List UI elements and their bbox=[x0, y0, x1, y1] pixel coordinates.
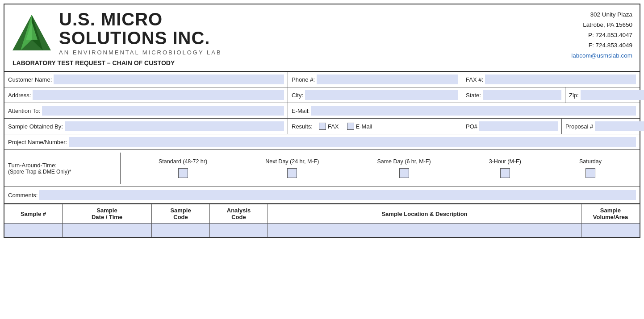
email-input[interactable] bbox=[311, 106, 636, 116]
table-data-row bbox=[4, 224, 640, 237]
tat-sub-label: (Spore Trap & DME Only)* bbox=[8, 169, 71, 175]
row-project: Project Name/Number: bbox=[4, 134, 640, 150]
phone-label: Phone #: bbox=[292, 76, 315, 83]
th-date-time: Sample Date / Time bbox=[63, 204, 152, 224]
td-analysis-code[interactable] bbox=[210, 224, 268, 237]
header-address: 302 Unity Plaza Latrobe, PA 15650 P: 724… bbox=[571, 10, 632, 61]
cell-results: Results: FAX E-Mail bbox=[288, 119, 462, 134]
th-sample-code: Sample Code bbox=[152, 204, 210, 224]
td-location[interactable] bbox=[268, 224, 581, 237]
cell-address: Address: bbox=[4, 87, 288, 103]
th-analysis-code: Analysis Code bbox=[210, 204, 268, 224]
fax-input[interactable] bbox=[485, 75, 636, 84]
cell-email: E-Mail: bbox=[288, 103, 640, 118]
cell-comments: Comments: bbox=[4, 187, 640, 203]
proposal-label: Proposal # bbox=[565, 123, 593, 130]
th-sample-num: Sample # bbox=[4, 204, 63, 224]
tat-sameday: Same Day (6 hr, M-F) bbox=[377, 158, 431, 178]
email-link[interactable]: labcom@usmslab.com bbox=[571, 51, 632, 61]
tat-standard-checkbox[interactable] bbox=[178, 168, 188, 178]
td-date-time[interactable] bbox=[63, 224, 152, 237]
tat-standard-label: Standard (48-72 hr) bbox=[159, 158, 207, 165]
td-sample-code[interactable] bbox=[152, 224, 210, 237]
state-label: State: bbox=[466, 92, 481, 99]
po-input[interactable] bbox=[479, 121, 558, 131]
project-label: Project Name/Number: bbox=[8, 139, 67, 145]
form-section: Customer Name: Phone #: FAX #: Address: … bbox=[4, 72, 640, 238]
row-obtained: Sample Obtained By: Results: FAX E-Mail … bbox=[4, 119, 640, 134]
header-box: U.S. MICRO SOLUTIONS INC. AN ENVIRONMENT… bbox=[4, 4, 640, 72]
row-attention: Attention To: E-Mail: bbox=[4, 103, 640, 119]
tat-standard: Standard (48-72 hr) bbox=[159, 158, 207, 178]
cell-zip: Zip: bbox=[565, 87, 644, 103]
tat-3hour: 3-Hour (M-F) bbox=[489, 158, 521, 178]
customer-name-input[interactable] bbox=[54, 75, 284, 84]
address-input[interactable] bbox=[33, 90, 284, 100]
page-wrapper: U.S. MICRO SOLUTIONS INC. AN ENVIRONMENT… bbox=[0, 0, 644, 319]
phone-input[interactable] bbox=[317, 75, 458, 84]
cell-fax: FAX #: bbox=[462, 72, 640, 87]
fax-label: FAX #: bbox=[466, 76, 483, 83]
tat-nextday: Next Day (24 hr, M-F) bbox=[265, 158, 319, 178]
td-sample-num[interactable] bbox=[4, 224, 63, 237]
tat-3hour-checkbox[interactable] bbox=[500, 168, 510, 178]
comments-input[interactable] bbox=[39, 190, 636, 200]
attention-input[interactable] bbox=[42, 106, 284, 116]
th-location: Sample Location & Description bbox=[268, 204, 581, 224]
th-volume: Sample Volume/Area bbox=[581, 204, 640, 224]
fax-check-label: FAX bbox=[328, 123, 339, 130]
email-check-label: E-Mail bbox=[356, 123, 372, 130]
header-left: U.S. MICRO SOLUTIONS INC. AN ENVIRONMENT… bbox=[12, 10, 222, 66]
tat-nextday-label: Next Day (24 hr, M-F) bbox=[265, 158, 319, 165]
city-input[interactable] bbox=[305, 90, 458, 100]
email-checkbox[interactable] bbox=[347, 123, 354, 130]
tat-3hour-label: 3-Hour (M-F) bbox=[489, 158, 521, 165]
email-label: E-Mail: bbox=[292, 108, 309, 114]
tat-sameday-checkbox[interactable] bbox=[399, 168, 409, 178]
cell-state: State: bbox=[462, 87, 565, 103]
tat-nextday-checkbox[interactable] bbox=[287, 168, 297, 178]
logo-main-text: U.S. MICRO SOLUTIONS INC. bbox=[59, 10, 222, 47]
logo-triangle-icon bbox=[12, 13, 52, 53]
phone-number: P: 724.853.4047 bbox=[571, 30, 632, 41]
row-comments: Comments: bbox=[4, 187, 640, 203]
address-line1: 302 Unity Plaza bbox=[571, 10, 632, 20]
doc-title: LABORATORY TEST REQUEST – CHAIN OF CUSTO… bbox=[12, 59, 222, 66]
tat-saturday-checkbox[interactable] bbox=[585, 168, 595, 178]
table-header: Sample # Sample Date / Time Sample Code … bbox=[4, 203, 640, 224]
zip-input[interactable] bbox=[581, 90, 644, 100]
fax-number: F: 724.853.4049 bbox=[571, 41, 632, 51]
cell-phone: Phone #: bbox=[288, 72, 462, 87]
fax-checkbox[interactable] bbox=[319, 123, 326, 130]
logo-text-block: U.S. MICRO SOLUTIONS INC. AN ENVIRONMENT… bbox=[59, 10, 222, 56]
cell-po: PO# bbox=[462, 119, 562, 134]
th-date-line2: Date / Time bbox=[92, 214, 122, 220]
th-date-line1: Sample bbox=[96, 207, 117, 214]
city-label: City: bbox=[292, 92, 303, 99]
email-checkbox-item: E-Mail bbox=[347, 123, 372, 130]
logo-sub-text: AN ENVIRONMENTAL MICROBIOLOGY LAB bbox=[59, 49, 222, 56]
cell-proposal: Proposal # bbox=[562, 119, 644, 134]
td-volume[interactable] bbox=[581, 224, 640, 237]
tat-sameday-label: Same Day (6 hr, M-F) bbox=[377, 158, 431, 165]
state-input[interactable] bbox=[483, 90, 561, 100]
row-customer: Customer Name: Phone #: FAX #: bbox=[4, 72, 640, 87]
project-input[interactable] bbox=[69, 137, 636, 147]
tat-label: Turn-Around-Time: bbox=[8, 162, 57, 169]
cell-tat-label: Turn-Around-Time: (Spore Trap & DME Only… bbox=[4, 153, 121, 184]
row-tat: Turn-Around-Time: (Spore Trap & DME Only… bbox=[4, 150, 640, 187]
logo-area: U.S. MICRO SOLUTIONS INC. AN ENVIRONMENT… bbox=[12, 10, 222, 56]
tat-saturday-label: Saturday bbox=[579, 158, 602, 165]
row-address: Address: City: State: Zip: bbox=[4, 87, 640, 103]
comments-label: Comments: bbox=[8, 192, 38, 199]
address-line2: Latrobe, PA 15650 bbox=[571, 20, 632, 30]
po-label: PO# bbox=[466, 123, 477, 130]
cell-project: Project Name/Number: bbox=[4, 134, 640, 149]
attention-label: Attention To: bbox=[8, 108, 40, 114]
obtained-input[interactable] bbox=[65, 121, 284, 131]
proposal-input[interactable] bbox=[595, 121, 644, 131]
customer-name-label: Customer Name: bbox=[8, 76, 52, 83]
cell-city: City: bbox=[288, 87, 462, 103]
results-label: Results: bbox=[292, 123, 313, 130]
cell-attention: Attention To: bbox=[4, 103, 288, 118]
